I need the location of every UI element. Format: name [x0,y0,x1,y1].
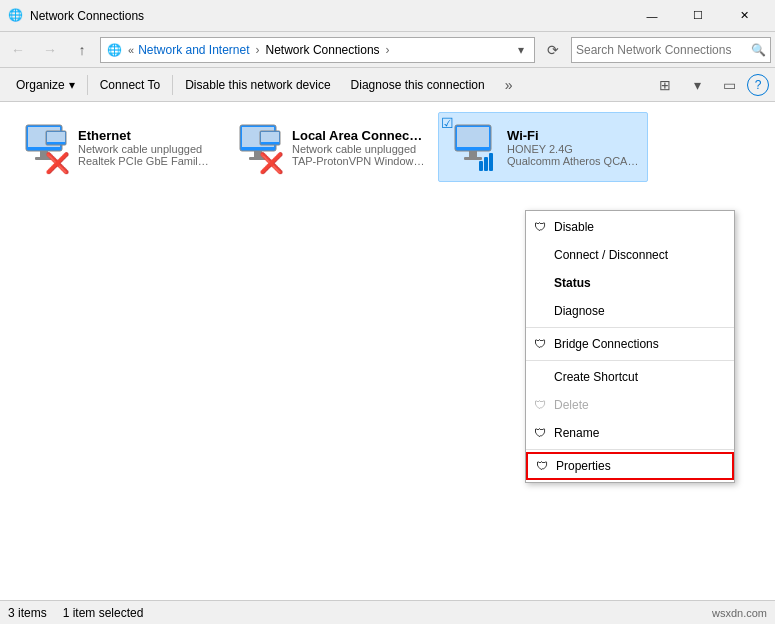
shield-icon: 🛡 [536,459,548,473]
shield-icon: 🛡 [534,220,546,234]
svg-rect-11 [261,132,279,142]
ctx-item-label: Rename [554,426,599,440]
content-area: ❌ Ethernet Network cable unplugged Realt… [0,102,775,600]
wifi-desc: Qualcomm Atheros QCA937... [507,155,639,167]
search-input[interactable] [576,43,751,57]
ethernet-icon-wrap: ❌ [18,121,70,173]
lan-status: Network cable unplugged [292,143,426,155]
refresh-button[interactable]: ⟳ [539,36,567,64]
ctx-item-diagnose[interactable]: Diagnose [526,297,734,325]
status-items: 3 items 1 item selected [8,606,712,620]
svg-rect-14 [469,151,477,157]
item-count: 3 items [8,606,47,620]
search-icon[interactable]: 🔍 [751,43,766,57]
ctx-item-label: Delete [554,398,589,412]
search-box[interactable]: 🔍 [571,37,771,63]
ctx-item-properties[interactable]: 🛡Properties [526,452,734,480]
connect-to-button[interactable]: Connect To [90,71,171,99]
ctx-divider-6 [526,360,734,361]
view-arrow-button[interactable]: ▾ [683,71,711,99]
address-dropdown-icon[interactable]: ▾ [514,43,528,57]
wifi-status: HONEY 2.4G [507,143,639,155]
ctx-divider-4 [526,327,734,328]
ethernet-error-icon: ❌ [45,153,70,173]
shield-icon: 🛡 [534,337,546,351]
network-item-lan[interactable]: ❌ Local Area Connection Network cable un… [224,112,434,182]
title-bar-controls: — ☐ ✕ [629,0,767,32]
ctx-item-label: Connect / Disconnect [554,248,668,262]
ctx-item-create-shortcut[interactable]: Create Shortcut [526,363,734,391]
ctx-item-delete: 🛡Delete [526,391,734,419]
svg-rect-5 [47,132,65,142]
svg-rect-15 [464,157,482,160]
ctx-item-disable[interactable]: 🛡Disable [526,213,734,241]
svg-rect-17 [484,157,488,171]
toolbar-more-button[interactable]: » [495,71,523,99]
organize-label: Organize [16,78,65,92]
svg-rect-16 [479,161,483,171]
toolbar: Organize ▾ Connect To Disable this netwo… [0,68,775,102]
lan-info: Local Area Connection Network cable unpl… [292,128,426,167]
title-bar-title: Network Connections [30,9,629,23]
path-separator-1: › [256,43,260,57]
help-button[interactable]: ? [747,74,769,96]
panel-button[interactable]: ▭ [715,71,743,99]
lan-name: Local Area Connection [292,128,426,143]
path-part-2: Network Connections [266,43,380,57]
path-part-1: Network and Internet [138,43,249,57]
minimize-button[interactable]: — [629,0,675,32]
ethernet-info: Ethernet Network cable unplugged Realtek… [78,128,212,167]
ethernet-name: Ethernet [78,128,212,143]
up-button[interactable]: ↑ [68,36,96,64]
ctx-divider-10 [526,449,734,450]
brand-text: wsxdn.com [712,607,767,619]
maximize-button[interactable]: ☐ [675,0,721,32]
ctx-item-label: Properties [556,459,611,473]
svg-rect-13 [457,127,489,147]
close-button[interactable]: ✕ [721,0,767,32]
context-menu: 🛡DisableConnect / DisconnectStatusDiagno… [525,210,735,483]
organize-button[interactable]: Organize ▾ [6,71,85,99]
lan-desc: TAP-ProtonVPN Windows Ad... [292,155,426,167]
ctx-item-rename[interactable]: 🛡Rename [526,419,734,447]
diagnose-button[interactable]: Diagnose this connection [341,71,495,99]
title-bar: 🌐 Network Connections — ☐ ✕ [0,0,775,32]
ctx-item-label: Disable [554,220,594,234]
status-bar: 3 items 1 item selected wsxdn.com [0,600,775,624]
path-icon: 🌐 [107,43,122,57]
selected-count: 1 item selected [63,606,144,620]
title-bar-icon: 🌐 [8,8,24,24]
lan-icon-wrap: ❌ [232,121,284,173]
path-nav-label: « [128,44,134,56]
ctx-item-bridge-connections[interactable]: 🛡Bridge Connections [526,330,734,358]
view-icon-button[interactable]: ⊞ [651,71,679,99]
address-bar: ← → ↑ 🌐 « Network and Internet › Network… [0,32,775,68]
ethernet-desc: Realtek PCIe GbE Family Cont... [78,155,212,167]
ctx-item-label: Bridge Connections [554,337,659,351]
back-button[interactable]: ← [4,36,32,64]
lan-error-icon: ❌ [259,153,284,173]
ctx-item-status[interactable]: Status [526,269,734,297]
ctx-item-label: Diagnose [554,304,605,318]
organize-arrow: ▾ [69,78,75,92]
ctx-item-connect-/-disconnect[interactable]: Connect / Disconnect [526,241,734,269]
shield-icon: 🛡 [534,398,546,412]
wifi-info: Wi-Fi HONEY 2.4G Qualcomm Atheros QCA937… [507,128,639,167]
address-path[interactable]: 🌐 « Network and Internet › Network Conne… [100,37,535,63]
path-separator-2: › [386,43,390,57]
toolbar-divider-2 [172,75,173,95]
shield-icon: 🛡 [534,426,546,440]
network-item-ethernet[interactable]: ❌ Ethernet Network cable unplugged Realt… [10,112,220,182]
address-path-text: « Network and Internet › Network Connect… [128,43,392,57]
wifi-name: Wi-Fi [507,128,639,143]
disable-button[interactable]: Disable this network device [175,71,340,99]
ctx-item-label: Create Shortcut [554,370,638,384]
svg-rect-18 [489,153,493,171]
ethernet-status: Network cable unplugged [78,143,212,155]
toolbar-divider-1 [87,75,88,95]
network-item-wifi[interactable]: ☑ Wi-Fi [438,112,648,182]
wifi-icon [447,121,499,176]
toolbar-right: ⊞ ▾ ▭ ? [651,71,769,99]
forward-button[interactable]: → [36,36,64,64]
wifi-icon-wrap [447,121,499,173]
